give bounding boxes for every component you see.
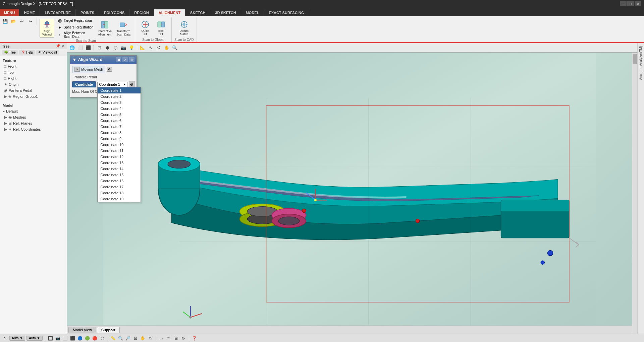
vp-rotate-btn[interactable]: ↺ [155, 44, 162, 52]
coord-option-8[interactable]: Coordinate 8 [98, 130, 141, 136]
tab-alignment[interactable]: ALIGNMENT [154, 9, 185, 16]
view-mode-1-icon[interactable]: 🔲 [48, 335, 54, 341]
tree-btn[interactable]: 🌳 Tree [2, 50, 18, 55]
vp-zoom-btn[interactable]: 🔍 [171, 44, 178, 52]
coord-option-14[interactable]: Coordinate 14 [98, 166, 141, 172]
tree-item-right[interactable]: □ Right [0, 75, 67, 81]
view-mode-5-icon[interactable]: 🔵 [77, 335, 83, 341]
tree-close-btn[interactable]: ✕ [62, 44, 65, 48]
tab-home[interactable]: HOME [19, 9, 40, 16]
vp-mesh-btn[interactable]: ⬛ [85, 44, 92, 52]
tree-item-region-group1[interactable]: ▶ ◈ Region Group1 [0, 93, 67, 99]
vp-globe-btn[interactable]: 🌐 [68, 44, 76, 52]
tree-item-pantera-pedal[interactable]: ◉ Pantera Pedal [0, 87, 67, 93]
vp-shaded-btn[interactable]: ⬢ [104, 44, 111, 52]
vp-lights-btn[interactable]: 💡 [128, 44, 135, 52]
help-icon[interactable]: ❓ [192, 335, 198, 341]
wizard-confirm-btn[interactable]: ✓ [122, 57, 128, 62]
align-between-btn[interactable]: ↕ Align BetweenScan Data [56, 31, 95, 39]
view-mode-8-icon[interactable]: ⬡ [99, 335, 105, 341]
viewport-scrollbar-right[interactable] [632, 53, 637, 334]
tab-livecapture[interactable]: LIVECAPTURE [40, 9, 76, 16]
select-lasso-icon[interactable]: ⊃ [166, 335, 172, 341]
view-mode-7-icon[interactable]: 🔴 [92, 335, 98, 341]
target-registration-btn[interactable]: ◎ Target Registration [56, 17, 95, 23]
tab-region[interactable]: REGION [129, 9, 154, 16]
coord-option-7[interactable]: Coordinate 7 [98, 124, 141, 130]
coord-option-4[interactable]: Coordinate 4 [98, 106, 141, 112]
tree-item-default[interactable]: ▸ Default [0, 108, 67, 114]
measure-icon[interactable]: 📏 [110, 335, 116, 341]
coord-option-13[interactable]: Coordinate 13 [98, 160, 141, 166]
wizard-candidate-btn[interactable]: Candidate [72, 81, 96, 87]
coord-option-10[interactable]: Coordinate 10 [98, 142, 141, 148]
vp-pan-btn[interactable]: ✋ [163, 44, 170, 52]
tree-item-front[interactable]: □ Front [0, 63, 67, 69]
help-btn[interactable]: ❓ Help [19, 50, 35, 55]
titlebar-controls[interactable]: ─ □ ✕ [620, 1, 641, 6]
wizard-close-btn[interactable]: ✕ [129, 57, 135, 62]
view-mode-6-icon[interactable]: 🟢 [85, 335, 91, 341]
transform-btn[interactable]: TransformScan Data [115, 19, 132, 37]
vp-edges-btn[interactable]: ⬡ [112, 44, 119, 52]
tab-points[interactable]: POINTS [76, 9, 99, 16]
model-canvas[interactable]: 1.0 in. [67, 53, 632, 325]
vp-box-btn[interactable]: ⬜ [76, 44, 84, 52]
coord-option-17[interactable]: Coordinate 17 [98, 184, 141, 190]
wizard-settings-btn[interactable]: ⚙ [129, 81, 135, 88]
tab-exactsurfacing[interactable]: EXACT SURFACING [264, 9, 309, 16]
quick-undo-btn[interactable]: ↩ [18, 17, 25, 25]
view-mode-4-icon[interactable]: ⬛ [70, 335, 76, 341]
zoom-in-icon[interactable]: 🔍 [118, 335, 124, 341]
coord-option-12[interactable]: Coordinate 12 [98, 154, 141, 160]
auto-btn-2[interactable]: Auto ▼ [26, 336, 42, 341]
view-mode-3-icon[interactable]: ⬜ [62, 335, 68, 341]
view-mode-2-icon[interactable]: 📷 [55, 335, 61, 341]
settings-icon[interactable]: ⚙ [180, 335, 186, 341]
fit-icon[interactable]: ⊡ [132, 335, 139, 341]
tree-pin-btn[interactable]: 📌 [56, 44, 60, 48]
tree-item-origin[interactable]: ✦ Origin [0, 81, 67, 87]
tree-item-top[interactable]: □ Top [0, 69, 67, 75]
minimize-btn[interactable]: ─ [620, 1, 627, 6]
vp-measure-btn[interactable]: 📐 [139, 44, 146, 52]
zoom-out-icon[interactable]: 🔎 [125, 335, 131, 341]
tab-menu[interactable]: MENU [0, 9, 19, 16]
coord-option-18[interactable]: Coordinate 18 [98, 190, 141, 196]
viewpoint-btn[interactable]: 👁 Viewpoint [36, 50, 59, 55]
rotate-icon[interactable]: ↺ [147, 335, 153, 341]
wizard-coord-select[interactable]: Coordinate 1 ▼ [97, 82, 127, 87]
coord-option-11[interactable]: Coordinate 11 [98, 148, 141, 154]
coord-option-19[interactable]: Coordinate 19 [98, 196, 141, 202]
quick-save-btn[interactable]: 💾 [1, 17, 9, 25]
tab-3dsketch[interactable]: 3D SKETCH [210, 9, 241, 16]
tab-polygons[interactable]: POLYGONS [99, 9, 129, 16]
right-panel-label[interactable]: Accurate Analyzer(TM) [638, 43, 643, 83]
pan-icon[interactable]: ✋ [140, 335, 146, 341]
vp-camera-btn[interactable]: 📷 [120, 44, 127, 52]
coord-option-1[interactable]: Coordinate 1 [98, 87, 141, 93]
tree-item-meshes[interactable]: ▶ ◉ Meshes [0, 114, 67, 120]
coord-option-5[interactable]: Coordinate 5 [98, 112, 141, 118]
wizard-moving-mesh-btn[interactable]: ⚙ [107, 67, 112, 72]
vp-select-btn[interactable]: ↖ [147, 44, 154, 52]
sphere-registration-btn[interactable]: ● Sphere Registration [56, 24, 95, 30]
best-fit-btn[interactable]: BestFit [154, 19, 169, 37]
view-tab-model-view[interactable]: Model View [68, 327, 96, 333]
quick-redo-btn[interactable]: ↪ [26, 17, 34, 25]
wizard-back-btn[interactable]: ◀ [116, 57, 121, 62]
coord-option-16[interactable]: Coordinate 16 [98, 178, 141, 184]
tree-item-ref-coords[interactable]: ▶ ✦ Ref. Coordinates [0, 126, 67, 132]
tab-model[interactable]: MODEL [241, 9, 264, 16]
cursor-mode-icon[interactable]: ↖ [2, 335, 8, 341]
select-rect-icon[interactable]: ▭ [158, 335, 164, 341]
coord-option-2[interactable]: Coordinate 2 [98, 93, 141, 99]
tree-item-ref-planes[interactable]: ▶ ⊞ Ref. Planes [0, 120, 67, 126]
close-btn[interactable]: ✕ [635, 1, 641, 6]
grid-icon[interactable]: ⊞ [173, 335, 179, 341]
datum-match-btn[interactable]: DatumMatch [177, 19, 192, 37]
align-wizard-btn[interactable]: AlignWizard [40, 19, 54, 38]
coord-option-3[interactable]: Coordinate 3 [98, 99, 141, 106]
coord-option-9[interactable]: Coordinate 9 [98, 136, 141, 142]
quick-fit-btn[interactable]: QuickFit [138, 19, 153, 37]
